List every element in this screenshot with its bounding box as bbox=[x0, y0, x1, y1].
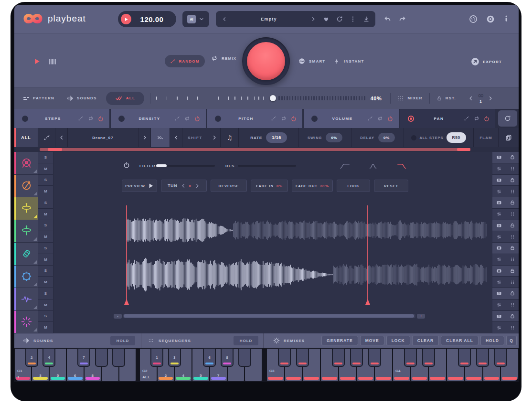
power-icon[interactable] bbox=[387, 116, 393, 121]
grip-dots-button-track-7[interactable] bbox=[506, 299, 519, 311]
filter-slider[interactable] bbox=[156, 165, 215, 167]
corner-handle-icon[interactable] bbox=[33, 328, 37, 331]
solo-button-track-6[interactable]: S bbox=[38, 266, 53, 277]
pattern-next-icon[interactable] bbox=[488, 96, 493, 101]
mute-button-track-2[interactable]: M bbox=[38, 186, 53, 197]
grip-dots-button-track-8[interactable] bbox=[506, 322, 519, 333]
clear-sample-button-track-6[interactable] bbox=[492, 266, 506, 277]
mixer-button[interactable]: MIXER bbox=[397, 95, 422, 102]
remix-action-clear-button[interactable]: CLEAR bbox=[412, 336, 439, 345]
dice-icon[interactable] bbox=[174, 116, 180, 121]
filter-power-icon[interactable] bbox=[123, 161, 130, 168]
sample-name[interactable]: Drone_07 bbox=[68, 128, 138, 147]
solo-button-track-2[interactable]: S bbox=[38, 175, 53, 186]
preset-next-button[interactable] bbox=[310, 16, 316, 22]
clear-sample-button-track-1[interactable] bbox=[492, 152, 506, 163]
track-4-hihat-open[interactable] bbox=[14, 220, 38, 243]
more-dots-icon[interactable] bbox=[350, 16, 356, 22]
preset-name[interactable]: Empty bbox=[234, 17, 304, 21]
lock-button-track-1[interactable] bbox=[506, 152, 519, 163]
pi ano-keys-icon[interactable] bbox=[49, 58, 56, 65]
piano-key-black[interactable] bbox=[423, 349, 434, 366]
piano-key-black[interactable] bbox=[369, 349, 380, 366]
corner-handle-icon[interactable] bbox=[33, 237, 37, 241]
pattern-tab[interactable]: PATTERN bbox=[23, 95, 54, 102]
piano-key-black-1[interactable]: 1 bbox=[151, 349, 162, 366]
corner-handle-icon[interactable] bbox=[33, 170, 37, 173]
shift-right-button[interactable] bbox=[208, 128, 221, 147]
loop-marker-handle[interactable] bbox=[365, 299, 370, 305]
bpm-control[interactable]: 120.00 bbox=[118, 11, 176, 27]
track-8-crash[interactable] bbox=[14, 311, 38, 334]
piano-key-black[interactable] bbox=[297, 349, 308, 366]
note-mode-button[interactable]: ♫ bbox=[221, 128, 239, 147]
instant-mode-button[interactable]: INSTANT bbox=[333, 58, 364, 64]
dice-icon[interactable] bbox=[367, 116, 373, 121]
mute-button-track-8[interactable]: M bbox=[38, 322, 53, 333]
sequencers-hold-button[interactable]: HOLD bbox=[234, 336, 258, 345]
piano-key-black[interactable] bbox=[279, 349, 290, 366]
sample-next-button[interactable] bbox=[138, 128, 151, 147]
info-icon[interactable] bbox=[502, 15, 510, 22]
lock-button[interactable]: LOCK bbox=[337, 180, 370, 192]
track-6-tom-drum[interactable] bbox=[14, 266, 38, 288]
preview-button[interactable]: PREVIEW bbox=[122, 180, 157, 192]
all-steps-value[interactable]: R50 bbox=[447, 132, 466, 143]
swap-arrows-button-track-7[interactable] bbox=[492, 299, 506, 311]
solo-button-track-3[interactable]: S bbox=[38, 197, 53, 209]
filter-slider-handle[interactable] bbox=[156, 164, 167, 167]
lock-button-track-7[interactable] bbox=[506, 288, 519, 299]
dice-icon[interactable] bbox=[78, 116, 84, 121]
corner-handle-icon[interactable] bbox=[33, 283, 37, 286]
track-7-fx-wave[interactable] bbox=[14, 288, 38, 311]
swap-arrows-button-track-1[interactable] bbox=[492, 163, 506, 175]
swap-arrows-button-track-2[interactable] bbox=[492, 186, 506, 197]
remix-mode-button[interactable]: REMIX bbox=[211, 55, 236, 62]
slice-mode-button[interactable] bbox=[151, 128, 170, 147]
remix-action-lock-button[interactable]: LOCK bbox=[386, 336, 410, 345]
zoom-in-button[interactable]: + bbox=[417, 314, 425, 319]
solo-button-track-8[interactable]: S bbox=[38, 311, 53, 322]
param-tab-pitch[interactable]: PITCH bbox=[207, 109, 302, 128]
radio-icon[interactable] bbox=[22, 116, 28, 122]
param-tab-steps[interactable]: STEPS bbox=[14, 109, 109, 128]
reset-button-editor[interactable]: RESET bbox=[374, 180, 408, 192]
grip-dots-button-track-2[interactable] bbox=[506, 186, 519, 197]
swap-arrows-button-track-3[interactable] bbox=[492, 209, 506, 220]
export-button[interactable]: EXPORT bbox=[471, 57, 502, 66]
midi-icon[interactable] bbox=[469, 15, 478, 23]
remix-action-q-button[interactable]: Q bbox=[506, 336, 517, 345]
piano-key-black-7[interactable]: 7 bbox=[78, 349, 89, 366]
clear-sample-button-track-7[interactable] bbox=[492, 288, 506, 299]
tune-control[interactable]: TUN 0 bbox=[161, 180, 207, 192]
delay-value[interactable]: 0% bbox=[378, 133, 395, 142]
piano-key-black[interactable] bbox=[113, 349, 124, 366]
power-icon[interactable] bbox=[98, 116, 104, 121]
clear-sample-button-track-8[interactable] bbox=[492, 311, 506, 322]
refresh-all-button[interactable] bbox=[498, 110, 517, 127]
fade-out-control[interactable]: FADE OUT 81% bbox=[292, 180, 333, 192]
remix-action-move-button[interactable]: MOVE bbox=[360, 336, 384, 345]
shift-left-button[interactable] bbox=[170, 128, 182, 147]
piano-key-black[interactable] bbox=[459, 349, 470, 366]
sample-prev-button[interactable] bbox=[55, 128, 68, 147]
track-1-kick-drum[interactable] bbox=[14, 152, 38, 175]
all-steps-cell[interactable]: ALL bbox=[14, 128, 38, 147]
generate-button[interactable] bbox=[247, 42, 285, 80]
piano-key-black[interactable] bbox=[239, 349, 250, 366]
remix-action-hold-button[interactable]: HOLD bbox=[480, 336, 504, 345]
sounds-tab[interactable]: SOUNDS bbox=[67, 95, 96, 102]
highpass-filter-icon[interactable] bbox=[339, 162, 351, 171]
loop-region-bar[interactable] bbox=[40, 148, 470, 151]
param-tab-density[interactable]: DENSITY bbox=[111, 109, 206, 128]
piano-key-black-6[interactable]: 6 bbox=[204, 349, 215, 366]
solo-button-track-5[interactable]: S bbox=[38, 243, 53, 254]
loop-icon[interactable] bbox=[184, 116, 190, 121]
param-tab-pan[interactable]: PAN bbox=[400, 109, 495, 128]
clear-sample-button-track-4[interactable] bbox=[492, 220, 506, 232]
randomize-sample-button[interactable] bbox=[38, 128, 55, 147]
lock-button-track-4[interactable] bbox=[506, 220, 519, 232]
corner-handle-icon[interactable] bbox=[33, 306, 37, 309]
loop-marker[interactable] bbox=[126, 205, 127, 300]
piano-key-black[interactable] bbox=[96, 349, 107, 366]
